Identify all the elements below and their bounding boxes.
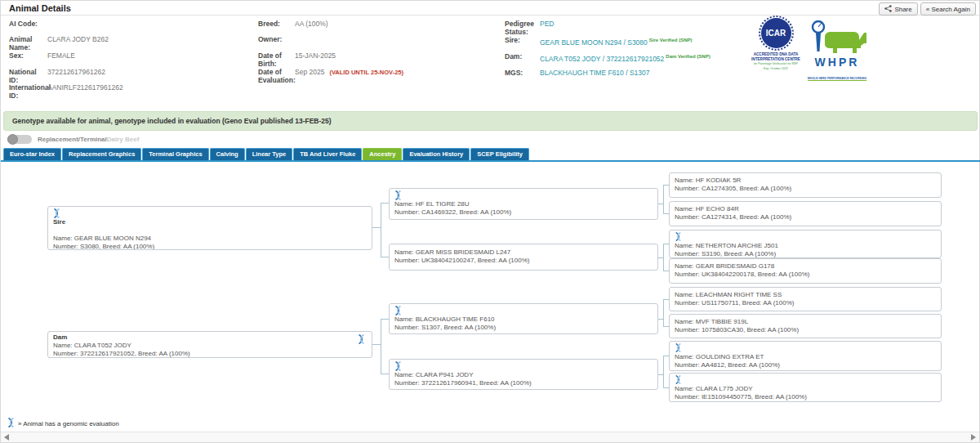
- node-number: Number: S3080, Breed: AA (100%): [53, 243, 367, 250]
- node-name: Name: CLARA L775 JODY: [675, 385, 936, 393]
- field-owner: Owner:: [258, 36, 295, 44]
- toggle-label-dairy-beef: Dairy Beef: [107, 136, 140, 143]
- pedigree-node-mgd: Name: CLARA P941 JODY Number: 3722126179…: [389, 359, 658, 390]
- connector: [663, 244, 669, 244]
- connector: [381, 203, 389, 204]
- field-value: AA (100%): [295, 20, 328, 29]
- genomic-icon: [53, 208, 367, 218]
- pedigree-node-dam: Dam Name: CLARA T052 JODY Number: 372212…: [47, 331, 372, 358]
- connector: [663, 299, 664, 326]
- icar-expiry-text: Exp. October 2022: [751, 67, 800, 71]
- tab-replacement-graphics[interactable]: Replacement Graphics: [62, 148, 141, 160]
- pedigree-node-pgs: Name: HF EL TIGRE 28U Number: CA1469322,…: [389, 188, 658, 220]
- pedigree-node-g3-2: Name: HF ECHO 84R Number: CA1274314, Bre…: [669, 201, 942, 226]
- pedigree-node-g3-4: Name: GEAR BRIDESMAID G178 Number: UK384…: [669, 258, 942, 284]
- pedigree-status-link[interactable]: PED: [540, 20, 554, 28]
- node-number: Number: S1307, Breed: AA (100%): [394, 324, 653, 332]
- pedigree-node-g3-7: Name: GOULDING EXTRA ET Number: AA4812, …: [669, 341, 942, 371]
- icar-scope-text: for Parentage Verification for SNP: [751, 62, 800, 66]
- pedigree-node-g3-1: Name: HF KODIAK 5R Number: CA1274305, Br…: [669, 172, 942, 198]
- field-value: CLARA JODY B262: [47, 36, 109, 44]
- genomic-legend: » Animal has a genomic evaluation: [7, 418, 119, 429]
- field-label: AI Code:: [9, 20, 47, 29]
- scroll-left-arrow[interactable]: [4, 434, 9, 441]
- genotype-banner-text: Genotype available for animal, genotype …: [12, 117, 332, 125]
- node-number: Number: UK384042200178, Breed: AA (100%): [675, 271, 936, 279]
- connector: [663, 271, 669, 271]
- field-label: Owner:: [258, 36, 295, 44]
- tab-evaluation-history[interactable]: Evaluation History: [403, 148, 470, 160]
- dam-link[interactable]: CLARA T052 JODY / 372212617921052: [540, 55, 664, 63]
- tab-euro-star-index[interactable]: Euro-star Index: [3, 148, 61, 160]
- field-label: Dam:: [505, 53, 540, 61]
- node-name: Name: MVF TIBBIE 919L: [675, 318, 936, 326]
- connector: [663, 387, 669, 388]
- validity-note: (VALID UNTIL 25-NOV-25): [329, 69, 403, 76]
- tab-scep-eligibility[interactable]: SCEP Eligibility: [470, 148, 529, 160]
- connector: [381, 319, 389, 320]
- pedigree-node-mgs: Name: BLACKHAUGH TIME F610 Number: S1307…: [389, 303, 658, 334]
- node-number: Number: 1075803CA30, Breed: AA (100%): [675, 326, 936, 334]
- connector: [372, 227, 381, 228]
- node-name: Name: HF ECHO 84R: [675, 205, 936, 213]
- connector: [663, 356, 669, 356]
- node-name: Name: GEAR BLUE MOON N294: [53, 235, 367, 243]
- toggle-knob[interactable]: [7, 134, 18, 145]
- field-label: Sire:: [505, 37, 540, 45]
- connector: [663, 326, 669, 327]
- node-number: Number: 372212617921052, Breed: AA (100%…: [53, 350, 367, 358]
- share-label: Share: [894, 6, 911, 13]
- genomic-icon: [358, 334, 365, 344]
- connector: [381, 257, 389, 257]
- connector: [381, 374, 389, 374]
- share-button[interactable]: Share: [879, 2, 917, 16]
- node-name: Name: GOULDING EXTRA ET: [675, 353, 936, 361]
- tab-terminal-graphics[interactable]: Terminal Graphics: [142, 148, 208, 160]
- search-again-button[interactable]: « Search Again: [920, 2, 976, 16]
- field-ai-code: AI Code:: [9, 20, 47, 29]
- tab-ancestry[interactable]: Ancestry: [363, 148, 402, 160]
- whpr-subtitle: WHOLE HERD PERFORMANCE RECORDING: [808, 77, 866, 81]
- search-again-label: « Search Again: [926, 6, 970, 13]
- node-name: Name: LEACHMAN RIGHT TIME SS: [675, 291, 936, 299]
- field-date-of-evaluation: Date of Evaluation: Sep 2025(VALID UNTIL…: [258, 69, 495, 84]
- node-name: Name: CLARA P941 JODY: [394, 371, 653, 379]
- tab-linear-type[interactable]: Linear Type: [246, 148, 293, 160]
- connector: [663, 356, 664, 387]
- genomic-icon: [394, 190, 653, 200]
- node-number: Number: 372212617960941, Breed: AA (100%…: [394, 379, 653, 387]
- tab-bar: Euro-star Index Replacement Graphics Ter…: [1, 149, 980, 162]
- node-number: Number: AA4812, Breed: AA (100%): [675, 361, 936, 369]
- pedigree-node-pgd: Name: GEAR MISS BRIDESMAID L247 Number: …: [389, 244, 658, 271]
- genotype-banner: Genotype available for animal, genotype …: [3, 111, 978, 131]
- node-role: Sire: [53, 218, 367, 226]
- mgs-link[interactable]: BLACKHAUGH TIME F610 / S1307: [540, 69, 649, 77]
- node-number: Number: S3190, Breed: AA (100%): [675, 250, 936, 258]
- genomic-icon: [675, 375, 936, 385]
- field-label: Sex:: [9, 52, 47, 60]
- genomic-legend-text: » Animal has a genomic evaluation: [18, 420, 119, 427]
- horizontal-scrollbar[interactable]: [1, 432, 979, 442]
- connector: [663, 213, 669, 214]
- connector: [663, 299, 669, 300]
- node-name: Name: GEAR BRIDESMAID G178: [675, 262, 936, 271]
- node-name: Name: CLARA T052 JODY: [53, 342, 367, 350]
- icar-accreditation-text: ACCREDITED DNA DATA INTERPRETATION CENTR…: [751, 52, 800, 61]
- tab-calving[interactable]: Calving: [210, 148, 245, 160]
- view-toggle[interactable]: [7, 135, 32, 144]
- sire-link[interactable]: GEAR BLUE MOON N294 / S3080: [540, 38, 648, 47]
- pedigree-node-g3-8: Name: CLARA L775 JODY Number: IE15109445…: [669, 373, 942, 402]
- tab-tb-and-liver-fluke[interactable]: TB And Liver Fluke: [293, 148, 362, 160]
- field-national-id: National ID: 372212617961262: [9, 69, 105, 84]
- node-role: Dam: [53, 333, 367, 342]
- scroll-right-arrow[interactable]: [971, 434, 976, 441]
- field-value: Sep 2025: [295, 68, 324, 76]
- icar-badge: ICAR: [761, 18, 791, 48]
- field-value: 372212617961262: [47, 69, 105, 77]
- genomic-icon: [394, 361, 653, 371]
- field-label: Animal Name:: [9, 36, 47, 51]
- top-bar: Animal Details Share « Search Again: [1, 1, 979, 16]
- node-name: Name: GEAR MISS BRIDESMAID L247: [394, 248, 653, 257]
- connector: [381, 319, 381, 374]
- connector: [663, 185, 664, 214]
